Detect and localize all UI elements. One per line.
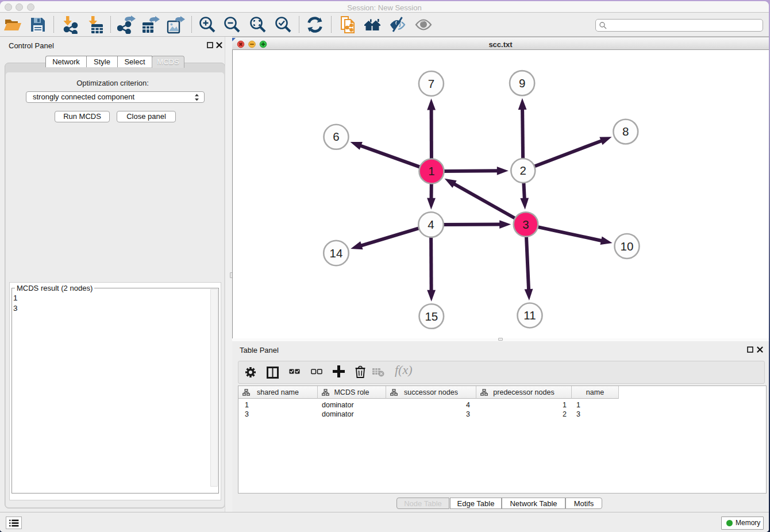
svg-text:14: 14 [330, 246, 343, 259]
svg-text:9: 9 [519, 76, 525, 89]
svg-text:4: 4 [428, 218, 434, 231]
svg-text:10: 10 [621, 239, 634, 252]
svg-text:6: 6 [333, 130, 339, 143]
svg-text:1: 1 [428, 164, 434, 178]
svg-text:3: 3 [522, 217, 529, 230]
svg-text:15: 15 [425, 309, 438, 322]
svg-text:2: 2 [520, 164, 526, 177]
svg-text:11: 11 [523, 309, 536, 322]
svg-text:7: 7 [428, 76, 434, 90]
svg-text:8: 8 [622, 125, 629, 138]
